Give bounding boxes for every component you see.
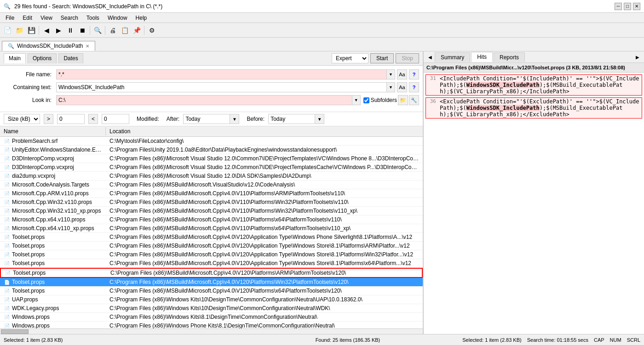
size-op-gt-button[interactable]: >	[44, 114, 53, 124]
table-row[interactable]: 📄Toolset.propsC:\Program Files (x86)\MSB…	[0, 259, 423, 268]
tab-main[interactable]: Main	[4, 53, 26, 63]
table-row[interactable]: 📄Toolset.propsC:\Program Files (x86)\MSB…	[0, 250, 423, 259]
new-button[interactable]: 📄	[2, 25, 13, 36]
table-row[interactable]: 📄Microsoft.CodeAnalysis.TargetsC:\Progra…	[0, 181, 423, 189]
menu-search[interactable]: Search	[57, 14, 82, 22]
table-row[interactable]: 📄D3DInteropComp.vcxprojC:\Program Files …	[0, 154, 423, 163]
table-row[interactable]: 📄ProblemSearch.srfC:\My\tools\FileLocato…	[0, 137, 423, 146]
status-found: Found: 25 items (186.35 KB)	[233, 337, 463, 343]
search-toolbar-button[interactable]: 🔍	[92, 25, 103, 36]
file-icon: 📄	[4, 243, 10, 249]
table-row[interactable]: 📄Toolset.propsC:\Program Files (x86)\MSB…	[0, 278, 423, 287]
result-location-cell: C:\Program Files (x86)\Windows Kits\10\D…	[106, 296, 423, 303]
before-date-input[interactable]	[269, 114, 315, 124]
table-row[interactable]: 📄Microsoft.Cpp.Win32.v110_xp.propsC:\Pro…	[0, 207, 423, 215]
tab-reports[interactable]: Reports	[494, 52, 525, 62]
look-in-row: Look in: ▼ Subfolders 📁 🔧	[4, 95, 419, 105]
copy-toolbar-button[interactable]: 📋	[119, 25, 130, 36]
results-horizontal-scrollbar[interactable]	[0, 328, 423, 334]
menu-view[interactable]: View	[37, 14, 56, 22]
close-button[interactable]: ✕	[633, 3, 640, 10]
table-row[interactable]: 📄Toolset.propsC:\Program Files (x86)\MSB…	[0, 287, 423, 295]
menu-tools[interactable]: Tools	[83, 14, 103, 22]
size-filter-combo[interactable]: Size (kB)	[4, 114, 40, 124]
file-name-row: File name: ▼ Aa ?	[4, 69, 419, 79]
col-header-name[interactable]: Name	[0, 127, 106, 136]
tab-hits[interactable]: Hits	[471, 52, 493, 62]
containing-text-help-button[interactable]: ?	[409, 82, 419, 92]
table-row[interactable]: 📄Microsoft.Cpp.Win32.v110.propsC:\Progra…	[0, 198, 423, 207]
result-name-cell: 📄ProblemSearch.srf	[0, 137, 106, 145]
size-op-lt-button[interactable]: <	[88, 114, 98, 124]
look-in-input-wrapper: ▼	[56, 95, 361, 105]
menu-edit[interactable]: Edit	[19, 14, 36, 22]
table-row[interactable]: 📄UnityEditor.WindowsStandalone.Ex...C:\P…	[0, 146, 423, 154]
expert-dropdown[interactable]: Expert	[332, 53, 368, 63]
file-name-case-button[interactable]: Aa	[397, 69, 407, 79]
table-row[interactable]: 📄Microsoft.Cpp.ARM.v110.propsC:\Program …	[0, 189, 423, 198]
table-row[interactable]: 📄Microsoft.Cpp.x64.v110.propsC:\Program …	[0, 215, 423, 224]
col-header-location[interactable]: Location	[106, 127, 423, 136]
table-row[interactable]: 📄Toolset.propsC:\Program Files (x86)\MSB…	[0, 233, 423, 242]
table-row[interactable]: 📄Toolset.propsC:\Program Files (x86)\MSB…	[0, 242, 423, 250]
subfolders-checkbox[interactable]	[363, 97, 369, 103]
result-name-text: Toolset.props	[12, 260, 45, 266]
stop-button[interactable]: Stop	[396, 53, 419, 63]
right-tab-left-arrow[interactable]: ◀	[426, 51, 435, 62]
maximize-button[interactable]: □	[624, 3, 631, 10]
after-date-input[interactable]	[184, 114, 230, 124]
containing-text-dropdown-arrow[interactable]: ▼	[386, 83, 395, 92]
look-in-input[interactable]	[57, 96, 352, 105]
back-button[interactable]: ◀	[41, 25, 52, 36]
table-row[interactable]: 📄D3DInteropComp.vcxprojC:\Program Files …	[0, 163, 423, 172]
file-name-help-button[interactable]: ?	[409, 69, 419, 79]
search-tab[interactable]: 🔍 WindowsSDK_IncludePath ✕	[2, 41, 95, 51]
table-row[interactable]: 📄Windows.propsC:\Program Files (x86)\Win…	[0, 322, 423, 328]
options-button[interactable]: ⚙	[146, 25, 157, 36]
forward-button[interactable]: ▶	[53, 25, 64, 36]
before-date-calendar-button[interactable]: ▼	[315, 114, 324, 124]
table-row[interactable]: 📄dia2dump.vcxprojC:\Program Files (x86)\…	[0, 172, 423, 181]
file-icon: 📄	[4, 173, 10, 179]
menu-help[interactable]: Help	[132, 14, 151, 22]
main-content: Main Options Dates Expert Start Stop	[0, 51, 644, 334]
file-name-dropdown-arrow[interactable]: ▼	[386, 70, 395, 79]
size-val1-input[interactable]	[57, 114, 85, 124]
paste-button[interactable]: 📌	[131, 25, 142, 36]
result-location-cell: C:\Program Files (x86)\Windows Phone Kit…	[106, 322, 423, 328]
pause-button[interactable]: ⏸	[65, 25, 76, 36]
result-name-text: Windows.props	[12, 314, 50, 320]
tab-options[interactable]: Options	[28, 53, 57, 63]
containing-text-input[interactable]	[57, 83, 386, 92]
result-name-text: Toolset.props	[12, 251, 45, 258]
stop-button[interactable]: ⏹	[77, 25, 88, 36]
before-date-wrapper: ▼	[268, 114, 324, 124]
table-row[interactable]: 📄Windows.propsC:\Program Files (x86)\Win…	[0, 313, 423, 322]
after-date-calendar-button[interactable]: ▼	[230, 114, 239, 124]
containing-text-case-button[interactable]: Aa	[397, 82, 407, 92]
file-icon: 📄	[4, 260, 10, 266]
table-row[interactable]: 📄Microsoft.Cpp.x64.v110_xp.propsC:\Progr…	[0, 224, 423, 233]
start-button[interactable]: Start	[370, 53, 394, 63]
menu-window[interactable]: Window	[104, 14, 131, 22]
file-icon: 📄	[4, 181, 10, 188]
table-row[interactable]: 📄UAP.propsC:\Program Files (x86)\Windows…	[0, 295, 423, 304]
file-name-input[interactable]	[57, 70, 386, 79]
look-in-dropdown-arrow[interactable]: ▼	[352, 96, 360, 105]
tab-close-button[interactable]: ✕	[86, 44, 89, 49]
size-val2-input[interactable]	[102, 114, 129, 124]
browse-folder-button[interactable]: 📁	[398, 95, 408, 105]
save-button[interactable]: 💾	[26, 25, 37, 36]
minimize-button[interactable]: ─	[615, 3, 622, 10]
right-tab-right-arrow[interactable]: ▶	[633, 51, 642, 62]
print-button[interactable]: 🖨	[107, 25, 118, 36]
tab-summary[interactable]: Summary	[435, 52, 470, 62]
look-in-options-button[interactable]: 🔧	[409, 95, 419, 105]
table-row[interactable]: 📄Toolset.propsC:\Program Files (x86)\MSB…	[0, 268, 423, 278]
result-name-cell: 📄D3DInteropComp.vcxproj	[0, 164, 106, 171]
tab-dates[interactable]: Dates	[58, 53, 83, 63]
table-row[interactable]: 📄WDK.Legacy.propsC:\Program Files (x86)\…	[0, 304, 423, 313]
menu-file[interactable]: File	[2, 14, 18, 22]
line-content: <ExcludePath Condition="'$(ExcludePath)'…	[440, 98, 642, 118]
open-button[interactable]: 📁	[14, 25, 25, 36]
